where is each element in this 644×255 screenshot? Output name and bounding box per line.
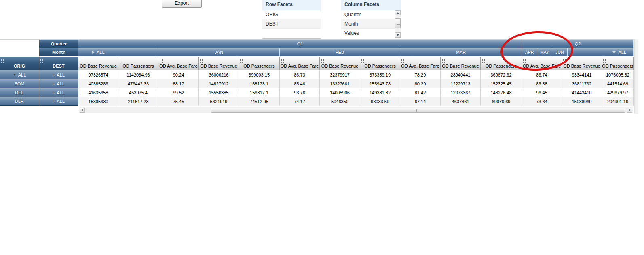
- column-header-7[interactable]: OD Passengers: [360, 57, 400, 70]
- value-cell: 13327661: [320, 79, 360, 88]
- drag-handle-icon: [160, 59, 160, 60]
- expand-right-icon[interactable]: [53, 73, 55, 76]
- drag-handle-icon: [1, 59, 2, 60]
- column-header-label: OD Passengers: [122, 64, 154, 68]
- facet-item-dest[interactable]: DEST: [262, 19, 321, 29]
- month-group-feb[interactable]: FEB: [280, 48, 400, 56]
- expand-right-icon[interactable]: [53, 91, 55, 94]
- drag-handle-icon: [120, 59, 120, 60]
- drag-handle-icon: [482, 59, 483, 60]
- scroll-up-button[interactable]: [395, 10, 401, 15]
- row-field-label: DEST: [53, 64, 64, 68]
- value-cell: 429679.97: [602, 88, 634, 97]
- value-cell: 369672.62: [481, 70, 522, 79]
- value-cell: 85.46: [280, 79, 320, 88]
- dest-cell[interactable]: ALL: [39, 79, 78, 88]
- expand-right-icon[interactable]: [92, 51, 94, 54]
- value-cell: 12073367: [441, 88, 481, 97]
- month-axis-label: Month: [39, 48, 78, 56]
- value-cell: 78.29: [400, 70, 441, 79]
- drag-handle-icon: [442, 59, 443, 60]
- facet-item-quarter[interactable]: Quarter: [341, 10, 395, 19]
- arrow-right-icon: [629, 109, 631, 111]
- column-header-6[interactable]: OD Base Revenue: [320, 57, 360, 70]
- column-header-label: OD Passengers: [364, 64, 396, 68]
- column-header-5[interactable]: OD Avg. Base Fare: [280, 57, 320, 70]
- scrollbar-thumb[interactable]: [211, 108, 625, 113]
- scroll-left-button[interactable]: [80, 108, 85, 113]
- value-cell: 68033.59: [360, 97, 400, 106]
- value-cell: 5621919: [199, 97, 239, 106]
- dest-cell[interactable]: ALL: [39, 97, 78, 106]
- arrow-down-icon: [397, 34, 399, 36]
- scroll-right-button[interactable]: [627, 108, 632, 113]
- drag-handle-icon: [361, 59, 362, 60]
- column-facets-title: Column Facets: [341, 0, 401, 10]
- month-label: ALL: [97, 50, 105, 55]
- value-cell: 373359.19: [360, 70, 400, 79]
- drag-handle-icon: [200, 59, 201, 60]
- month-group-jan[interactable]: JAN: [158, 48, 280, 56]
- column-header-13[interactable]: OD Passengers: [602, 57, 634, 70]
- value-cell: 67.14: [400, 97, 441, 106]
- column-header-2[interactable]: OD Avg. Base Fare: [158, 57, 199, 70]
- row-field-orig[interactable]: ORIG: [0, 57, 39, 70]
- month-group-all-q2[interactable]: ALL: [568, 48, 634, 56]
- arrow-left-icon: [82, 109, 83, 111]
- facet-item-orig[interactable]: ORIG: [262, 10, 321, 19]
- facet-item-values[interactable]: Values: [341, 29, 395, 38]
- column-header-label: OD Avg. Base Fare: [159, 64, 198, 68]
- dest-label: ALL: [57, 99, 65, 104]
- column-header-label: OD Base Revenue: [200, 64, 237, 68]
- column-header-label: OD Base Revenue: [442, 64, 479, 68]
- value-cell: 168173.1: [239, 79, 280, 88]
- column-header-0[interactable]: OD Base Revenue: [78, 57, 118, 70]
- value-cell: 93344141: [562, 70, 602, 79]
- column-header-9[interactable]: OD Base Revenue: [441, 57, 481, 70]
- collapse-icon[interactable]: [13, 74, 16, 76]
- column-header-4[interactable]: OD Passengers: [239, 57, 280, 70]
- expand-right-icon[interactable]: [53, 100, 55, 103]
- orig-cell-del[interactable]: DEL: [0, 88, 39, 97]
- value-cell: 204901.16: [602, 97, 634, 106]
- orig-cell-all[interactable]: ALL: [0, 70, 39, 79]
- value-cell: 5046350: [320, 97, 360, 106]
- quarter-group-q1[interactable]: Q1: [78, 40, 522, 48]
- value-cell: 74512.95: [239, 97, 280, 106]
- scrollbar-thumb[interactable]: [395, 18, 401, 28]
- dest-cell[interactable]: ALL: [39, 70, 78, 79]
- month-group-all-q1[interactable]: ALL: [78, 48, 158, 56]
- expand-right-icon[interactable]: [53, 82, 55, 85]
- column-header-8[interactable]: OD Avg. Base Fare: [400, 57, 441, 70]
- orig-label: BOM: [14, 81, 24, 86]
- collapse-down-icon[interactable]: [612, 51, 616, 53]
- dest-cell[interactable]: ALL: [39, 88, 78, 97]
- value-cell: 41443410: [562, 88, 602, 97]
- scroll-down-button[interactable]: [395, 32, 401, 38]
- export-button[interactable]: Export: [162, 0, 202, 8]
- horizontal-scrollbar[interactable]: [79, 107, 633, 113]
- corner-spacer: [0, 48, 39, 56]
- value-cell: 453975.4: [118, 88, 158, 97]
- value-cell: 93.76: [280, 88, 320, 97]
- value-cell: 441514.69: [602, 79, 634, 88]
- value-cell: 152325.45: [481, 79, 522, 88]
- orig-cell-bom[interactable]: BOM: [0, 79, 39, 88]
- right-gutter: [634, 39, 638, 114]
- value-cell: 149381.82: [360, 88, 400, 97]
- orig-label: ALL: [18, 72, 26, 77]
- table-row-all: ALLALL973265741142034.9690.2436006216399…: [0, 70, 634, 79]
- value-cell: 28940441: [441, 70, 481, 79]
- column-facets-scrollbar[interactable]: [395, 10, 401, 38]
- orig-label: DEL: [15, 90, 23, 95]
- dest-label: ALL: [57, 90, 65, 95]
- column-header-1[interactable]: OD Passengers: [118, 57, 158, 70]
- drag-handle-icon: [401, 59, 402, 60]
- column-header-3[interactable]: OD Base Revenue: [199, 57, 239, 70]
- row-field-dest[interactable]: DEST: [39, 57, 78, 70]
- facet-item-month[interactable]: Month: [341, 19, 395, 29]
- orig-cell-blr[interactable]: BLR: [0, 97, 39, 106]
- column-header-label: OD Passengers: [243, 64, 275, 68]
- value-cell: 88.17: [158, 79, 199, 88]
- drag-handle-icon: [80, 59, 80, 60]
